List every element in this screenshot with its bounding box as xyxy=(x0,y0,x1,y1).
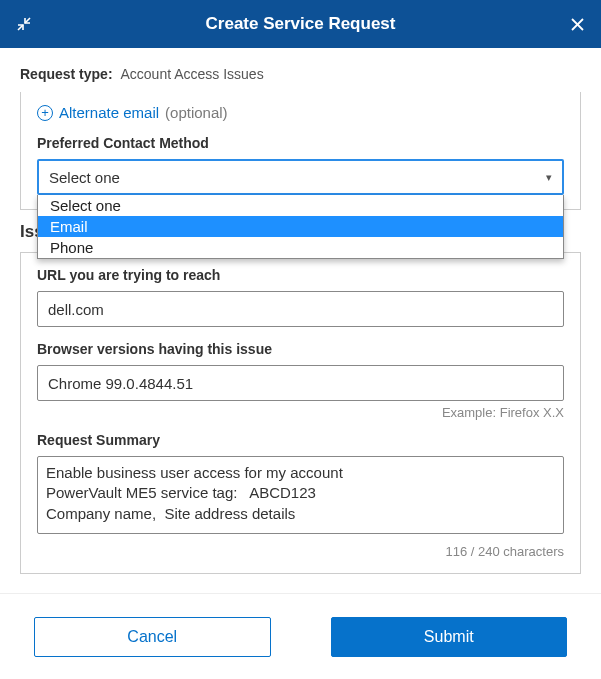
minimize-icon[interactable] xyxy=(14,14,34,34)
submit-button[interactable]: Submit xyxy=(331,617,568,657)
form-scroll-area[interactable]: + Alternate email (optional) Preferred C… xyxy=(0,92,601,593)
contact-method-label: Preferred Contact Method xyxy=(37,135,564,151)
contact-method-select[interactable]: Select one ▾ xyxy=(37,159,564,195)
option-select-one[interactable]: Select one xyxy=(38,195,563,216)
request-type-value: Account Access Issues xyxy=(120,66,263,82)
url-input[interactable] xyxy=(37,291,564,327)
close-icon[interactable] xyxy=(567,14,587,34)
summary-label: Request Summary xyxy=(37,432,564,448)
alternate-email-text: Alternate email xyxy=(59,104,159,121)
chevron-down-icon: ▾ xyxy=(546,171,552,184)
modal-title: Create Service Request xyxy=(34,14,567,34)
modal-header: Create Service Request xyxy=(0,0,601,48)
browser-input[interactable] xyxy=(37,365,564,401)
browser-label: Browser versions having this issue xyxy=(37,341,564,357)
contact-method-select-wrap: Select one ▾ Select one Email Phone xyxy=(37,159,564,195)
cancel-button[interactable]: Cancel xyxy=(34,617,271,657)
option-email[interactable]: Email xyxy=(38,216,563,237)
request-type-bar: Request type: Account Access Issues xyxy=(0,48,601,90)
optional-label: (optional) xyxy=(165,104,228,121)
contact-method-value: Select one xyxy=(49,169,120,186)
option-phone[interactable]: Phone xyxy=(38,237,563,258)
char-count: 116 / 240 characters xyxy=(37,544,564,559)
alternate-email-row: + Alternate email (optional) xyxy=(37,104,564,121)
summary-textarea[interactable] xyxy=(37,456,564,534)
issue-card: URL you are trying to reach Browser vers… xyxy=(20,252,581,574)
alternate-email-link[interactable]: + Alternate email xyxy=(37,104,159,121)
browser-hint: Example: Firefox X.X xyxy=(37,405,564,420)
modal-footer: Cancel Submit xyxy=(0,593,601,679)
contact-method-dropdown: Select one Email Phone xyxy=(37,195,564,259)
contact-card: + Alternate email (optional) Preferred C… xyxy=(20,92,581,210)
plus-circle-icon: + xyxy=(37,105,53,121)
url-label: URL you are trying to reach xyxy=(37,267,564,283)
request-type-label: Request type: xyxy=(20,66,113,82)
